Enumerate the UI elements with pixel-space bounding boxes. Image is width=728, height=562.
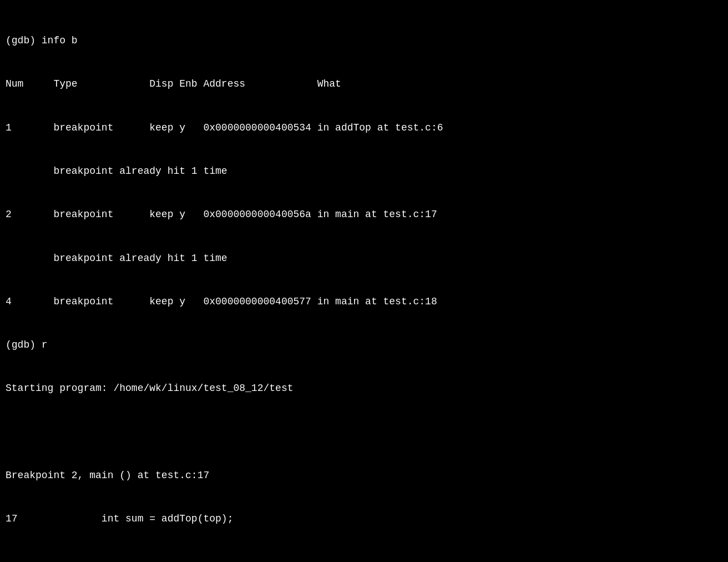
terminal: (gdb) info b Num Type Disp Enb Address W…: [0, 0, 728, 562]
line-2: Num Type Disp Enb Address What: [6, 77, 722, 91]
line-6: breakpoint already hit 1 time: [6, 251, 722, 265]
line-4: breakpoint already hit 1 time: [6, 164, 722, 178]
line-10: Breakpoint 2, main () at test.c:17: [6, 468, 722, 483]
line-1: (gdb) info b: [6, 33, 722, 48]
line-3: 1 breakpoint keep y 0x0000000000400534 i…: [6, 121, 722, 135]
line-9: Starting program: /home/wk/linux/test_08…: [6, 381, 722, 395]
line-blank-1: [6, 425, 722, 439]
line-11: 17 int sum = addTop(top);: [6, 511, 722, 526]
line-5: 2 breakpoint keep y 0x000000000040056a i…: [6, 207, 722, 222]
line-7: 4 breakpoint keep y 0x0000000000400577 i…: [6, 294, 722, 309]
line-8: (gdb) r: [6, 338, 722, 352]
